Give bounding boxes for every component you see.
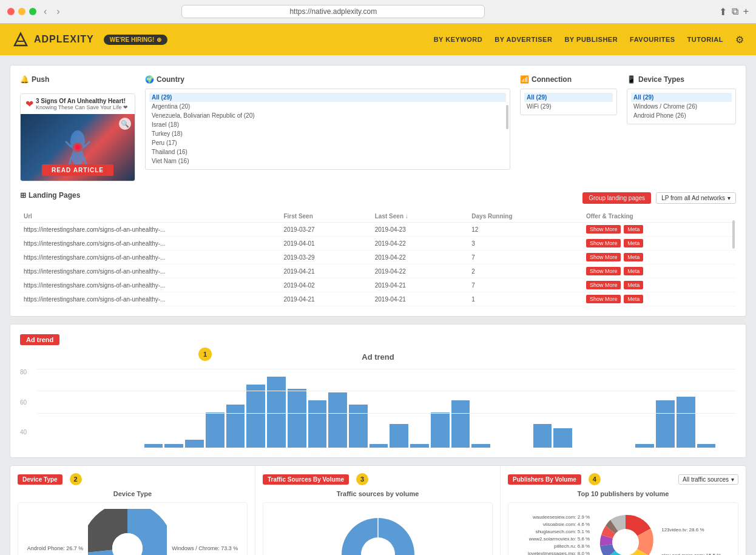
row-last-seen: 2019-04-23: [371, 223, 468, 237]
close-button[interactable]: [7, 8, 15, 15]
svg-point-16: [612, 529, 639, 555]
circle-icon: ⊕: [157, 36, 161, 43]
traffic-sources-dropdown[interactable]: All traffic sources ▾: [678, 474, 738, 485]
country-item[interactable]: All (29): [149, 93, 506, 102]
bar: [370, 444, 388, 448]
country-item[interactable]: Israel (18): [149, 120, 506, 129]
forward-button[interactable]: ›: [54, 6, 62, 17]
bar: [635, 444, 654, 448]
meta-button[interactable]: Meta: [624, 281, 643, 289]
share-button[interactable]: ⬆: [719, 6, 727, 18]
read-article-button[interactable]: READ ARTICLE: [42, 164, 113, 176]
country-item[interactable]: Venezuela, Bolivarian Republic of (20): [149, 111, 506, 120]
pub-label: pilltech.ru: 6.8 %: [525, 543, 590, 549]
scrollbar[interactable]: [506, 105, 508, 129]
show-more-button[interactable]: Show More: [586, 267, 621, 275]
show-more-button[interactable]: Show More: [586, 225, 621, 234]
svg-point-5: [75, 145, 80, 150]
show-more-button[interactable]: Show More: [586, 295, 621, 303]
row-url[interactable]: https://interestingshare.com/signs-of-an…: [20, 264, 280, 278]
nav-publisher[interactable]: BY PUBLISHER: [564, 36, 618, 43]
tab-button[interactable]: ⧉: [732, 6, 738, 18]
publishers-chart: waudeesesiew.com: 2.9 % vilsoabsie.com: …: [508, 502, 738, 555]
country-item[interactable]: Argentina (20): [149, 102, 506, 111]
row-url[interactable]: https://interestingshare.com/signs-of-an…: [20, 251, 280, 264]
pub-label: vilsoabsie.com: 4.6 %: [525, 522, 590, 527]
new-tab-button[interactable]: +: [743, 6, 749, 18]
y-label-60: 60: [20, 399, 37, 406]
step-2-badge: 2: [70, 473, 82, 485]
show-more-button[interactable]: Show More: [586, 253, 621, 261]
push-ad-image[interactable]: 🔍 READ ARTICLE: [21, 114, 135, 181]
bar: [471, 444, 490, 448]
meta-button[interactable]: Meta: [624, 253, 643, 261]
show-more-button[interactable]: Show More: [586, 239, 621, 247]
row-last-seen: 2019-04-22: [371, 264, 468, 278]
meta-button[interactable]: Meta: [624, 239, 643, 247]
settings-icon[interactable]: ⚙: [735, 34, 744, 45]
device-type-item[interactable]: Windows / Chrome (26): [631, 102, 732, 111]
ad-trend-section: Ad trend Ad trend 80 60 40: [10, 324, 746, 458]
nav-advertiser[interactable]: BY ADVERTISER: [494, 36, 552, 43]
landing-pages-header: ⊞ Landing Pages Group landing pages LP f…: [20, 191, 736, 204]
connection-item[interactable]: WiFi (29): [524, 102, 613, 111]
svg-marker-0: [15, 33, 27, 45]
device-type-badge: Device Type: [18, 474, 62, 485]
logo-icon: [12, 31, 29, 48]
row-actions: Show More Meta: [582, 237, 736, 251]
group-landing-pages-button[interactable]: Group landing pages: [582, 192, 651, 204]
nav-keyword[interactable]: BY KEYWORD: [434, 36, 483, 43]
connection-section: 📶 Connection All (29) WiFi (29): [520, 75, 617, 181]
row-actions: Show More Meta: [582, 251, 736, 264]
row-first-seen: 2019-03-27: [280, 223, 371, 237]
hiring-badge[interactable]: WE'RE HIRING! ⊕: [104, 35, 168, 45]
row-url[interactable]: https://interestingshare.com/signs-of-an…: [20, 278, 280, 292]
row-first-seen: 2019-04-02: [280, 278, 371, 292]
maximize-button[interactable]: [29, 8, 36, 15]
device-type-item[interactable]: Android Phone (26): [631, 111, 732, 120]
nav-tutorial[interactable]: TUTORIAL: [687, 36, 723, 43]
step-4-badge: 4: [589, 473, 601, 485]
logo: ADPLEXITY: [12, 31, 94, 48]
chevron-down-icon: ▾: [731, 476, 734, 483]
meta-button[interactable]: Meta: [624, 295, 643, 303]
zoom-button[interactable]: 🔍: [119, 118, 131, 130]
bar: [185, 440, 204, 448]
meta-button[interactable]: Meta: [624, 267, 643, 275]
step-1-badge: 1: [198, 348, 212, 361]
table-scrollbar[interactable]: [732, 220, 735, 249]
row-url[interactable]: https://interestingshare.com/signs-of-an…: [20, 237, 280, 251]
country-list[interactable]: All (29) Argentina (20) Venezuela, Boliv…: [145, 89, 510, 170]
country-item[interactable]: Viet Nam (16): [149, 156, 506, 166]
windows-label: Windows / Chrome: 73.3 %: [172, 545, 238, 551]
meta-button[interactable]: Meta: [624, 225, 643, 234]
show-more-button[interactable]: Show More: [586, 281, 621, 289]
back-button[interactable]: ‹: [41, 6, 49, 17]
country-item[interactable]: Peru (17): [149, 138, 506, 147]
url-bar[interactable]: https://native.adplexity.com: [181, 5, 485, 18]
device-type-pie: [88, 509, 167, 555]
nav-favourites[interactable]: FAVOURITES: [630, 36, 675, 43]
device-type-item[interactable]: All (29): [631, 93, 732, 102]
connection-list[interactable]: All (29) WiFi (29): [520, 89, 617, 115]
traffic-sources-title: Traffic sources by volume: [263, 490, 493, 497]
row-days: 3: [468, 237, 582, 251]
connection-item[interactable]: All (29): [524, 93, 613, 102]
table-row: https://interestingshare.com/signs-of-an…: [20, 223, 736, 237]
device-types-section: 📱 Device Types All (29) Windows / Chrome…: [627, 75, 736, 181]
device-types-header: 📱 Device Types: [627, 75, 736, 84]
publishers-badge: Publishers By Volume: [508, 474, 581, 485]
row-first-seen: 2019-04-21: [280, 264, 371, 278]
table-row: https://interestingshare.com/signs-of-an…: [20, 278, 736, 292]
country-item[interactable]: Thailand (16): [149, 147, 506, 156]
lp-dropdown[interactable]: LP from all Ad networks ▾: [656, 192, 736, 204]
device-types-list[interactable]: All (29) Windows / Chrome (26) Android P…: [627, 89, 736, 124]
row-days: 7: [468, 278, 582, 292]
country-item[interactable]: Turkey (18): [149, 129, 506, 138]
connection-header: 📶 Connection: [520, 75, 617, 84]
ad-trend-badge: Ad trend: [20, 334, 59, 345]
pub-label: waudeesesiew.com: 2.9 %: [525, 514, 590, 520]
row-url[interactable]: https://interestingshare.com/signs-of-an…: [20, 223, 280, 237]
minimize-button[interactable]: [18, 8, 25, 15]
row-url[interactable]: https://interestingshare.com/signs-of-an…: [20, 292, 280, 306]
